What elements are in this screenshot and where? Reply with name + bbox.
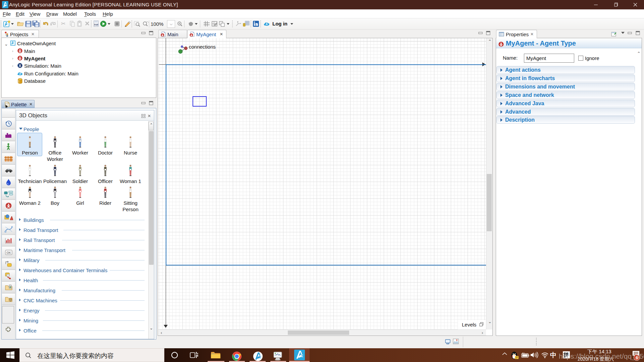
svg-text:010: 010 [94, 23, 98, 26]
svg-text:OK: OK [6, 251, 11, 254]
svg-text:X: X [19, 64, 21, 68]
